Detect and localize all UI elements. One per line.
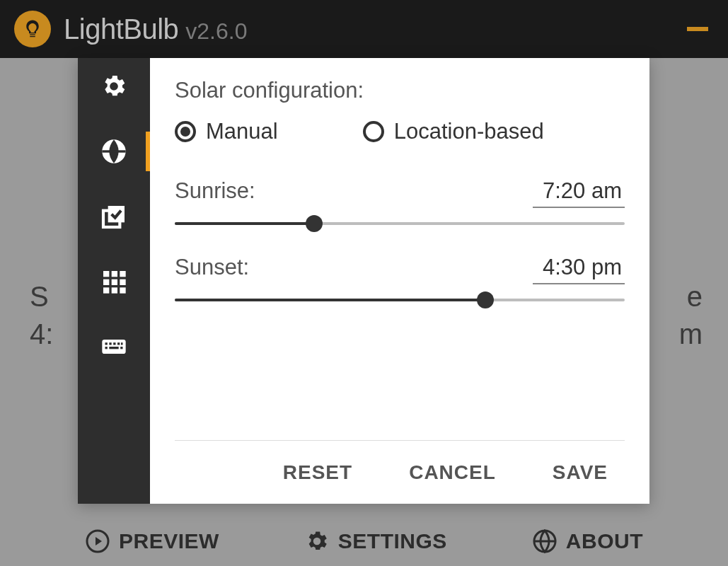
settings-dialog: Solar configuration: Manual Location-bas… (78, 58, 649, 504)
cancel-button[interactable]: CANCEL (409, 461, 496, 484)
sunset-value[interactable]: 4:30 pm (533, 255, 625, 284)
svg-rect-7 (112, 271, 117, 277)
svg-rect-6 (103, 271, 109, 277)
sidebar-item-hotkeys[interactable] (78, 327, 150, 366)
sunset-label: Sunset: (175, 255, 249, 280)
globe-icon (532, 529, 557, 554)
bg-partial-text: m (679, 318, 703, 350)
dialog-sidebar (78, 58, 150, 504)
svg-rect-19 (117, 342, 120, 345)
about-label: ABOUT (566, 529, 643, 553)
settings-button[interactable]: SETTINGS (304, 529, 447, 554)
gear-icon (304, 529, 330, 554)
slider-fill (175, 222, 314, 225)
svg-rect-3 (102, 150, 125, 152)
radio-label: Manual (206, 119, 278, 144)
checkbox-stack-icon (100, 202, 128, 231)
radio-circle-icon (175, 121, 196, 142)
sunrise-label: Sunrise: (175, 178, 255, 204)
radio-circle-icon (363, 121, 384, 142)
sunrise-value[interactable]: 7:20 am (533, 178, 625, 208)
bg-partial-text: 4: (30, 318, 53, 350)
radio-manual[interactable]: Manual (175, 119, 278, 144)
slider-thumb[interactable] (477, 291, 494, 308)
radio-label: Location-based (394, 119, 544, 144)
svg-rect-22 (109, 347, 118, 349)
bg-partial-text: S (30, 281, 49, 313)
about-button[interactable]: ABOUT (532, 529, 643, 554)
sunset-slider[interactable] (175, 299, 625, 301)
slider-thumb[interactable] (306, 215, 323, 232)
titlebar: LightBulb v2.6.0 (0, 0, 728, 58)
sidebar-item-location[interactable] (78, 132, 150, 171)
play-circle-icon (85, 529, 110, 554)
svg-rect-18 (113, 342, 115, 345)
svg-rect-23 (120, 347, 122, 349)
sunrise-slider[interactable] (175, 222, 625, 225)
svg-rect-13 (112, 287, 117, 293)
minimize-button[interactable] (687, 27, 708, 31)
grid-icon (100, 267, 128, 296)
svg-rect-14 (120, 287, 125, 293)
lightbulb-icon (22, 18, 43, 40)
preview-button[interactable]: PREVIEW (85, 529, 219, 554)
svg-rect-10 (112, 279, 117, 285)
svg-rect-11 (120, 279, 125, 285)
radio-group: Manual Location-based (175, 119, 625, 144)
slider-fill (175, 299, 485, 301)
svg-rect-21 (105, 347, 108, 349)
settings-label: SETTINGS (338, 529, 447, 553)
svg-rect-12 (103, 287, 109, 293)
section-title: Solar configuration: (175, 78, 625, 103)
save-button[interactable]: SAVE (553, 461, 608, 484)
svg-rect-8 (120, 271, 125, 277)
sidebar-item-advanced[interactable] (78, 197, 150, 236)
svg-rect-17 (109, 342, 111, 345)
svg-rect-20 (121, 342, 123, 345)
bottombar: PREVIEW SETTINGS ABOUT (0, 516, 728, 566)
preview-label: PREVIEW (119, 529, 219, 553)
svg-rect-9 (103, 279, 109, 285)
keyboard-icon (100, 333, 128, 361)
dialog-footer: RESET CANCEL SAVE (175, 440, 625, 504)
app-name: LightBulb (64, 13, 178, 45)
sunrise-slider-group: Sunrise: 7:20 am (175, 178, 625, 225)
app-logo (14, 11, 51, 47)
sidebar-item-grid[interactable] (78, 262, 150, 301)
sidebar-item-general[interactable] (78, 67, 150, 106)
app-window: LightBulb v2.6.0 S 4: e m PREVIEW SETTIN… (0, 0, 728, 566)
globe-icon (100, 137, 128, 166)
radio-location-based[interactable]: Location-based (363, 119, 544, 144)
bg-partial-text: e (687, 281, 703, 313)
svg-rect-16 (105, 342, 108, 345)
dialog-body: Solar configuration: Manual Location-bas… (150, 58, 649, 504)
gear-icon (100, 72, 128, 100)
title-text: LightBulb v2.6.0 (64, 13, 247, 45)
reset-button[interactable]: RESET (283, 461, 352, 484)
app-version: v2.6.0 (185, 18, 247, 45)
sunset-slider-group: Sunset: 4:30 pm (175, 255, 625, 301)
